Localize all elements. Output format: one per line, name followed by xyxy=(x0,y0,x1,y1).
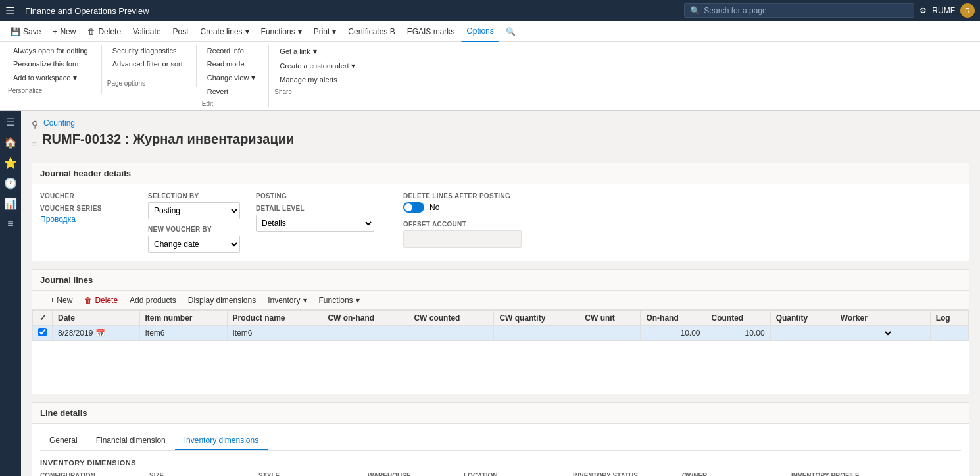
revert-btn[interactable]: Revert xyxy=(202,86,261,97)
sidebar-workspaces-icon[interactable]: 📊 xyxy=(4,198,17,210)
ribbon-delete-btn[interactable]: 🗑 Delete xyxy=(82,25,126,38)
inv-inventory-profile-group: Inventory profile Profile xyxy=(791,472,877,476)
personalize-form-btn[interactable]: Personalize this form xyxy=(8,58,93,70)
detail-level-select[interactable]: Details xyxy=(256,215,374,232)
jl-delete-btn[interactable]: 🗑 Delete xyxy=(79,294,123,307)
user-name: RUMF xyxy=(932,6,955,15)
security-diagnostics-btn[interactable]: Security diagnostics xyxy=(107,45,188,57)
calendar-icon[interactable]: 📅 xyxy=(95,329,105,338)
breadcrumb[interactable]: Counting xyxy=(43,119,75,128)
app-title: Finance and Operations Preview xyxy=(25,6,679,16)
change-view-btn[interactable]: Change view ▾ xyxy=(202,71,261,84)
jl-add-products-btn[interactable]: Add products xyxy=(124,294,182,307)
ribbon-options-btn[interactable]: Options xyxy=(461,21,499,42)
page-options-group-label: Page options xyxy=(107,77,145,87)
row-cw-on-hand[interactable] xyxy=(322,326,408,341)
tab-general[interactable]: General xyxy=(40,432,87,450)
inventory-profile-label: Inventory profile xyxy=(791,472,877,476)
read-mode-btn[interactable]: Read mode xyxy=(202,58,261,70)
new-voucher-label: New voucher by xyxy=(148,226,240,233)
selection-by-select[interactable]: Posting xyxy=(148,202,240,219)
sidebar-menu-icon[interactable]: ☰ xyxy=(6,116,15,128)
col-date: Date xyxy=(53,311,140,326)
save-label: Save xyxy=(23,27,41,36)
always-open-editing-btn[interactable]: Always open for editing xyxy=(8,45,93,57)
ribbon-certificates-btn[interactable]: Certificates B xyxy=(343,25,400,38)
ribbon-egais-btn[interactable]: EGAIS marks xyxy=(402,25,460,38)
hamburger-menu[interactable]: ☰ xyxy=(5,5,14,17)
add-workspace-btn[interactable]: Add to workspace ▾ xyxy=(8,71,93,84)
delete-lines-toggle[interactable] xyxy=(403,202,424,213)
row-counted[interactable]: 10.00 xyxy=(706,326,770,341)
sidebar-home-icon[interactable]: 🏠 xyxy=(4,136,17,149)
row-cw-quantity[interactable] xyxy=(494,326,579,341)
get-link-btn[interactable]: Get a link ▾ xyxy=(274,45,360,58)
inv-location-group: Location xyxy=(464,472,562,476)
manage-alerts-btn[interactable]: Manage my alerts xyxy=(274,74,360,86)
col-log: Log xyxy=(930,311,968,326)
row-cw-unit[interactable] xyxy=(579,326,641,341)
ribbon-functions-btn[interactable]: Functions ▾ xyxy=(256,25,307,38)
selection-by-group: Selection by Posting New voucher by Chan… xyxy=(148,192,240,253)
voucher-label: VOUCHER xyxy=(40,192,132,199)
row-worker[interactable] xyxy=(835,326,930,341)
jl-functions-btn[interactable]: Functions ▾ xyxy=(314,294,365,307)
sidebar-recent-icon[interactable]: 🕐 xyxy=(4,177,17,190)
ribbon-save-btn[interactable]: 💾 Save xyxy=(5,25,46,38)
row-item-number[interactable]: Item6 xyxy=(139,326,227,341)
offset-account-field[interactable] xyxy=(403,230,522,248)
row-cw-counted[interactable] xyxy=(408,326,494,341)
voucher-group: VOUCHER Voucher series Проводка xyxy=(40,192,132,224)
table-row[interactable]: 8/28/2019 📅 Item6 Item6 10.00 10.00 xyxy=(33,326,969,341)
size-label: Size xyxy=(149,472,248,476)
voucher-series-link[interactable]: Проводка xyxy=(40,215,132,224)
journal-lines-toolbar: + + New 🗑 Delete Add products Display di… xyxy=(32,291,969,310)
search-bar[interactable]: 🔍 Search for a page xyxy=(684,3,914,18)
ribbon-post-btn[interactable]: Post xyxy=(168,25,194,38)
custom-alert-btn[interactable]: Create a custom alert ▾ xyxy=(274,59,360,72)
delete-icon: 🗑 xyxy=(87,27,95,36)
configuration-label: Configuration xyxy=(40,472,139,476)
tab-financial-dimension[interactable]: Financial dimension xyxy=(87,432,175,450)
row-checkbox[interactable] xyxy=(33,326,53,341)
tab-inventory-dimensions[interactable]: Inventory dimensions xyxy=(175,432,268,450)
filter-icon[interactable]: ⚲ xyxy=(32,119,38,130)
sidebar-favorites-icon[interactable]: ⭐ xyxy=(4,157,17,169)
table-header: ✓ Date Item number Product name CW on-ha… xyxy=(33,311,969,326)
detail-level-label: Detail level xyxy=(256,205,387,212)
jl-display-dimensions-btn[interactable]: Display dimensions xyxy=(183,294,261,307)
row-product-name[interactable]: Item6 xyxy=(227,326,322,341)
row-worker-select[interactable] xyxy=(841,328,893,338)
jl-new-btn[interactable]: + + New xyxy=(37,294,78,307)
row-checkbox-input[interactable] xyxy=(38,328,47,336)
new-voucher-select[interactable]: Change date xyxy=(148,236,240,253)
selection-by-label: Selection by xyxy=(148,192,240,199)
delete-label: Delete xyxy=(98,27,121,36)
location-label: Location xyxy=(464,472,562,476)
personalize-buttons: Always open for editing Personalize this… xyxy=(8,45,93,84)
row-quantity[interactable] xyxy=(770,326,835,341)
ribbon-new-btn[interactable]: + New xyxy=(47,25,81,38)
advanced-filter-btn[interactable]: Advanced filter or sort xyxy=(107,58,188,70)
settings-icon[interactable]: ⚙ xyxy=(919,6,927,15)
journal-header-section: Journal header details VOUCHER Voucher s… xyxy=(32,163,969,261)
print-chevron: ▾ xyxy=(332,27,336,36)
search-placeholder: Search for a page xyxy=(704,6,766,15)
inv-style-group: Style xyxy=(258,472,357,476)
row-log[interactable] xyxy=(930,326,968,341)
sidebar-modules-icon[interactable]: ≡ xyxy=(7,218,13,230)
ribbon-search-icon[interactable]: 🔍 xyxy=(501,25,521,38)
record-info-btn[interactable]: Record info xyxy=(202,45,261,57)
ribbon-print-btn[interactable]: Print ▾ xyxy=(308,25,342,38)
list-icon[interactable]: ≡ xyxy=(32,138,37,149)
col-quantity: Quantity xyxy=(770,311,835,326)
row-on-hand[interactable]: 10.00 xyxy=(641,326,706,341)
ribbon-group-edit: Record info Read mode Change view ▾ Reve… xyxy=(199,45,270,107)
user-avatar[interactable]: R xyxy=(960,3,975,18)
col-cw-quantity: CW quantity xyxy=(494,311,579,326)
jl-inventory-btn[interactable]: Inventory ▾ xyxy=(262,294,312,307)
save-icon: 💾 xyxy=(11,27,20,36)
row-date[interactable]: 8/28/2019 📅 xyxy=(53,326,140,341)
ribbon-validate-btn[interactable]: Validate xyxy=(128,25,166,38)
ribbon-create-lines-btn[interactable]: Create lines ▾ xyxy=(195,25,255,38)
